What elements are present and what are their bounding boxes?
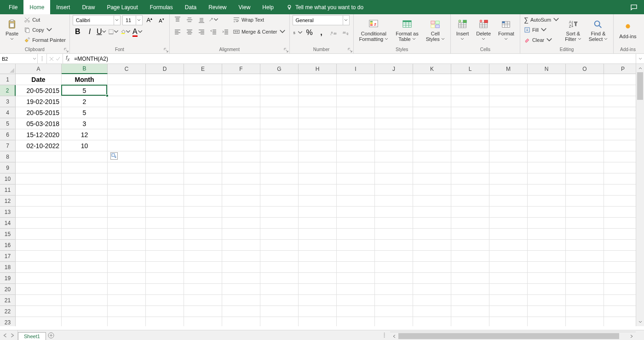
- cell[interactable]: [413, 240, 451, 251]
- cell[interactable]: [566, 129, 604, 140]
- dialog-launcher-icon[interactable]: [348, 48, 352, 52]
- cell[interactable]: [337, 85, 375, 96]
- cell[interactable]: [260, 295, 299, 306]
- row-header[interactable]: 14: [0, 218, 16, 229]
- cell[interactable]: [222, 218, 260, 229]
- row-header[interactable]: 19: [0, 273, 16, 284]
- cell[interactable]: [451, 240, 489, 251]
- column-header[interactable]: B: [62, 64, 108, 74]
- cell[interactable]: [62, 196, 108, 207]
- font-color-button[interactable]: A: [132, 27, 143, 36]
- cell[interactable]: [222, 85, 260, 96]
- cell[interactable]: [146, 107, 184, 118]
- cell[interactable]: [184, 118, 222, 129]
- cell[interactable]: [451, 151, 489, 162]
- autofill-options-button[interactable]: [110, 152, 118, 160]
- row-header[interactable]: 6: [0, 129, 16, 140]
- cell[interactable]: [108, 85, 146, 96]
- cell[interactable]: [528, 107, 566, 118]
- cell[interactable]: [528, 284, 566, 295]
- clear-button[interactable]: Clear: [523, 35, 560, 45]
- cell[interactable]: [489, 317, 528, 326]
- delete-cells-button[interactable]: Delete: [473, 15, 494, 46]
- decrease-font-button[interactable]: A▾: [156, 16, 167, 25]
- cell[interactable]: [146, 151, 184, 162]
- cell[interactable]: [299, 140, 337, 151]
- cell[interactable]: [528, 295, 566, 306]
- cell[interactable]: [489, 184, 528, 196]
- cell[interactable]: [451, 162, 489, 173]
- cell[interactable]: [146, 218, 184, 229]
- comma-button[interactable]: ,: [316, 28, 327, 37]
- cell[interactable]: [260, 118, 299, 129]
- row-header[interactable]: 1: [0, 74, 16, 85]
- cell[interactable]: [146, 229, 184, 240]
- cell[interactable]: [489, 151, 528, 162]
- align-middle-button[interactable]: [184, 15, 195, 24]
- cell[interactable]: [413, 96, 451, 107]
- horizontal-scrollbar[interactable]: [390, 332, 636, 340]
- cell[interactable]: [528, 262, 566, 273]
- column-header[interactable]: K: [413, 64, 451, 74]
- column-header[interactable]: L: [451, 64, 489, 74]
- cell[interactable]: [528, 273, 566, 284]
- cell[interactable]: [375, 306, 413, 317]
- find-select-button[interactable]: Find &Select: [586, 15, 611, 46]
- fx-icon[interactable]: fx: [63, 55, 72, 62]
- cell[interactable]: [108, 218, 146, 229]
- cell[interactable]: [184, 173, 222, 184]
- cell[interactable]: [146, 306, 184, 317]
- cell[interactable]: [260, 129, 299, 140]
- add-sheet-button[interactable]: [46, 330, 56, 340]
- cell[interactable]: [260, 74, 299, 85]
- cell[interactable]: [62, 284, 108, 295]
- cell[interactable]: [566, 118, 604, 129]
- cell[interactable]: [566, 162, 604, 173]
- scroll-up-button[interactable]: [636, 64, 644, 72]
- cell[interactable]: [375, 173, 413, 184]
- copy-button[interactable]: Copy: [23, 25, 67, 35]
- cell[interactable]: [375, 284, 413, 295]
- enter-formula-icon[interactable]: [55, 56, 61, 62]
- cell[interactable]: [337, 184, 375, 196]
- tab-page-layout[interactable]: Page Layout: [101, 0, 144, 14]
- row-header[interactable]: 18: [0, 262, 16, 273]
- tab-file[interactable]: File: [3, 0, 23, 14]
- cell[interactable]: [222, 240, 260, 251]
- dialog-launcher-icon[interactable]: [284, 48, 288, 52]
- row-header[interactable]: 11: [0, 184, 16, 196]
- column-header[interactable]: E: [184, 64, 222, 74]
- cell[interactable]: [184, 129, 222, 140]
- accounting-format-button[interactable]: $: [293, 28, 303, 37]
- cell[interactable]: [451, 262, 489, 273]
- column-header[interactable]: D: [146, 64, 184, 74]
- cell[interactable]: [184, 140, 222, 151]
- cell[interactable]: [108, 196, 146, 207]
- cell[interactable]: [108, 251, 146, 262]
- format-painter-button[interactable]: Format Painter: [23, 35, 67, 45]
- cell[interactable]: [489, 129, 528, 140]
- comments-icon[interactable]: [630, 4, 638, 11]
- cell[interactable]: [451, 295, 489, 306]
- cell[interactable]: [184, 196, 222, 207]
- cell[interactable]: [375, 196, 413, 207]
- cell[interactable]: [375, 129, 413, 140]
- cell[interactable]: [528, 317, 566, 326]
- tab-data[interactable]: Data: [179, 0, 202, 14]
- cell[interactable]: [528, 306, 566, 317]
- column-header[interactable]: I: [337, 64, 375, 74]
- cell[interactable]: [413, 273, 451, 284]
- cell[interactable]: [260, 184, 299, 196]
- cell[interactable]: [222, 251, 260, 262]
- cell[interactable]: [375, 151, 413, 162]
- cell[interactable]: [222, 306, 260, 317]
- cell[interactable]: [337, 196, 375, 207]
- column-header[interactable]: J: [375, 64, 413, 74]
- cell[interactable]: [528, 251, 566, 262]
- cell[interactable]: [108, 118, 146, 129]
- cell[interactable]: [566, 207, 604, 218]
- cell[interactable]: [299, 184, 337, 196]
- cell[interactable]: 19-02-2015: [16, 96, 62, 107]
- row-header[interactable]: 3: [0, 96, 16, 107]
- cell[interactable]: [451, 96, 489, 107]
